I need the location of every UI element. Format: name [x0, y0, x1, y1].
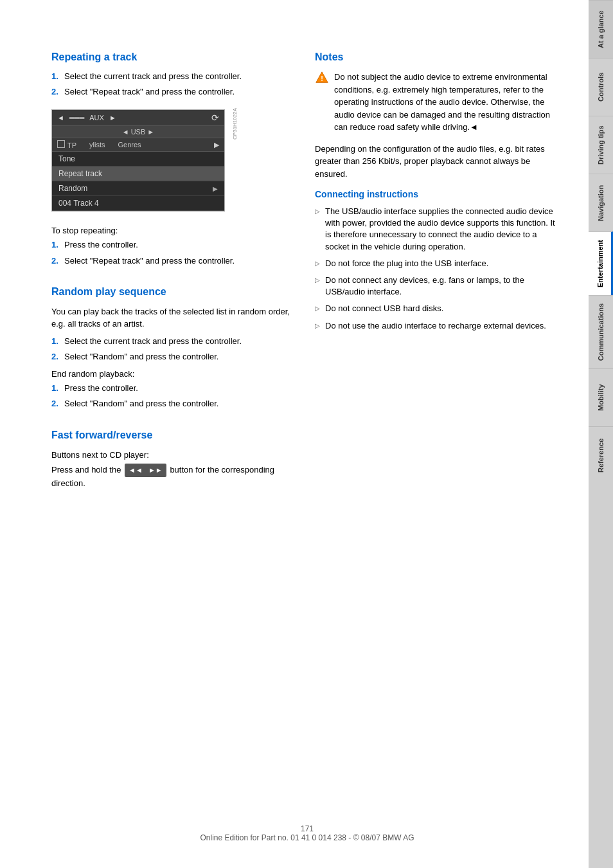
- screen-top-bar: ◄ ═══ AUX ► ⟳: [52, 110, 224, 126]
- tp-checkbox: [57, 140, 65, 148]
- connecting-item-4: Do not use the audio interface to rechar…: [315, 320, 563, 332]
- connecting-item-2: Do not connect any devices, e.g. fans or…: [315, 275, 563, 298]
- repeating-steps-after: Press the controller. Select "Repeat tra…: [51, 239, 296, 266]
- repeat-stop-step-2: Select "Repeat track" and press the cont…: [51, 255, 296, 267]
- sidebar-tab-mobility[interactable]: Mobility: [589, 368, 613, 426]
- repeat-stop-step-1: Press the controller.: [51, 239, 296, 251]
- aux-screen: ◄ ═══ AUX ► ⟳ ◄ USB ► TP yli: [51, 109, 225, 212]
- notes-title: Notes: [315, 51, 563, 63]
- random-steps-before: Select the current track and press the c…: [51, 336, 296, 363]
- ff-intro: Buttons next to CD player:: [51, 449, 296, 462]
- connecting-item-1: Do not force the plug into the USB inter…: [315, 258, 563, 269]
- random-step-2: Select "Random" and press the controller…: [51, 351, 296, 363]
- warning-text: Do not subject the audio device to extre…: [334, 71, 563, 134]
- screen-sub-bar: ◄ USB ►: [52, 126, 224, 138]
- repeat-step-2: Select "Repeat track" and press the cont…: [51, 86, 296, 98]
- random-play-title: Random play sequence: [51, 286, 296, 298]
- sidebar: At a glance Controls Driving tips Naviga…: [589, 0, 613, 868]
- screen-item-random: Random ▶: [52, 181, 224, 196]
- page-footer: 171 Online Edition for Part no. 01 41 0 …: [51, 824, 563, 842]
- ff-button: ◄◄ ►►: [125, 464, 166, 477]
- warning-icon: !: [315, 71, 329, 85]
- notes-normal-text: Depending on the configuration of the au…: [315, 143, 563, 181]
- random-play-intro: You can play back the tracks of the sele…: [51, 305, 296, 330]
- page-number: 171: [301, 824, 314, 833]
- sidebar-tab-entertainment[interactable]: Entertainment: [589, 231, 613, 295]
- warning-box: ! Do not subject the audio device to ext…: [315, 71, 563, 134]
- screen-mockup: ◄ ═══ AUX ► ⟳ ◄ USB ► TP yli: [51, 102, 225, 219]
- connecting-title: Connecting instructions: [315, 189, 563, 199]
- random-steps-after: Press the controller. Select "Random" an…: [51, 383, 296, 410]
- sidebar-tab-navigation[interactable]: Navigation: [589, 174, 613, 231]
- ff-description: Press and hold the ◄◄ ►► button for the …: [51, 464, 296, 489]
- fast-forward-title: Fast forward/reverse: [51, 429, 296, 441]
- connecting-item-0: The USB/audio interface supplies the con…: [315, 206, 563, 253]
- repeating-track-title: Repeating a track: [51, 51, 296, 63]
- screen-item-repeat-track: Repeat track: [52, 167, 224, 181]
- stop-label: To stop repeating:: [51, 226, 296, 235]
- sidebar-tab-reference[interactable]: Reference: [589, 426, 613, 484]
- connecting-instructions: Connecting instructions The USB/audio in…: [315, 189, 563, 332]
- repeat-step-1: Select the current track and press the c…: [51, 71, 296, 82]
- sidebar-tab-communications[interactable]: Communications: [589, 295, 613, 368]
- random-step-1: Select the current track and press the c…: [51, 336, 296, 347]
- repeating-track-section: Repeating a track Select the current tra…: [51, 51, 296, 267]
- right-column: Notes ! Do not subject the audio device …: [315, 51, 563, 799]
- screen-menu-bar: TP ylists Genres ▶: [52, 138, 224, 152]
- sidebar-tab-at-a-glance[interactable]: At a glance: [589, 0, 613, 58]
- fast-forward-section: Fast forward/reverse Buttons next to CD …: [51, 429, 296, 490]
- screen-item-track: 004 Track 4: [52, 196, 224, 211]
- screen-item-tone: Tone: [52, 152, 224, 167]
- sidebar-tab-controls[interactable]: Controls: [589, 58, 613, 116]
- random-play-section: Random play sequence You can play back t…: [51, 286, 296, 410]
- sidebar-tab-driving-tips[interactable]: Driving tips: [589, 116, 613, 174]
- random-end-step-1: Press the controller.: [51, 383, 296, 394]
- connecting-item-3: Do not connect USB hard disks.: [315, 303, 563, 314]
- footer-text: Online Edition for Part no. 01 41 0 014 …: [200, 833, 414, 842]
- repeating-steps-before: Select the current track and press the c…: [51, 71, 296, 98]
- end-random-label: End random playback:: [51, 369, 296, 379]
- notes-section: Notes ! Do not subject the audio device …: [315, 51, 563, 332]
- svg-text:!: !: [321, 75, 323, 82]
- random-end-step-2: Select "Random" and press the controller…: [51, 398, 296, 410]
- connecting-list: The USB/audio interface supplies the con…: [315, 206, 563, 332]
- screen-side-label: CP31H1022A: [232, 108, 238, 140]
